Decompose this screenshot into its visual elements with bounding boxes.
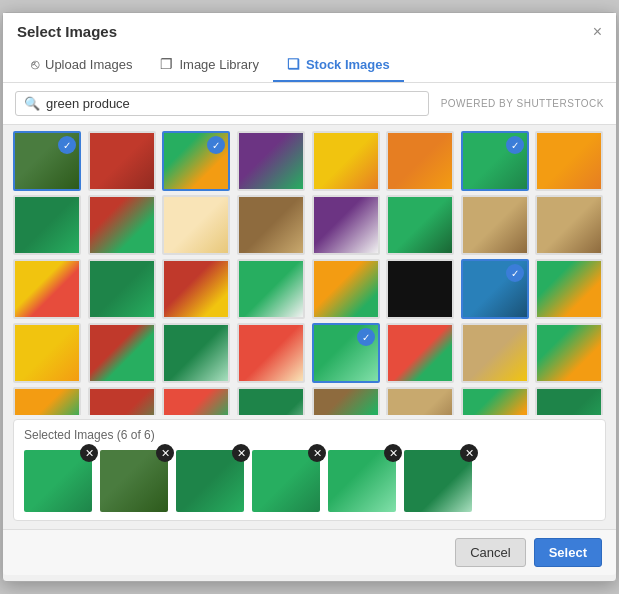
image-thumbnail [537, 325, 601, 381]
image-cell[interactable]: ✓ [13, 131, 81, 191]
image-thumbnail [90, 325, 154, 381]
powered-by-label: POWERED BY SHUTTERSTOCK [441, 98, 604, 109]
image-thumbnail [463, 389, 527, 415]
image-thumbnail [537, 389, 601, 415]
image-thumbnail [388, 389, 452, 415]
image-thumbnail [15, 325, 79, 381]
tabs-container: ⎋ Upload Images ❐ Image Library ❑ Stock … [17, 48, 602, 82]
image-cell[interactable] [88, 259, 156, 319]
image-thumbnail [314, 389, 378, 415]
image-cell[interactable] [88, 195, 156, 255]
image-cell[interactable] [312, 259, 380, 319]
stock-icon: ❑ [287, 56, 300, 72]
image-cell[interactable] [535, 323, 603, 383]
image-cell[interactable] [13, 259, 81, 319]
selected-panel: Selected Images (6 of 6) ✕✕✕✕✕✕ [13, 419, 606, 521]
selected-image-item: ✕ [24, 450, 92, 512]
select-button[interactable]: Select [534, 538, 602, 567]
image-cell[interactable] [88, 387, 156, 415]
image-cell[interactable] [162, 387, 230, 415]
dialog-title: Select Images [17, 23, 117, 40]
selected-image-item: ✕ [252, 450, 320, 512]
tab-stock[interactable]: ❑ Stock Images [273, 48, 404, 82]
dialog-header: Select Images × ⎋ Upload Images ❐ Image … [3, 13, 616, 83]
image-cell[interactable]: ✓ [312, 323, 380, 383]
image-cell[interactable] [13, 323, 81, 383]
tab-library[interactable]: ❐ Image Library [146, 48, 272, 82]
image-cell[interactable] [461, 323, 529, 383]
image-thumbnail [239, 133, 303, 189]
image-cell[interactable] [88, 323, 156, 383]
image-cell[interactable] [386, 323, 454, 383]
image-thumbnail [164, 325, 228, 381]
remove-image-button[interactable]: ✕ [80, 444, 98, 462]
close-button[interactable]: × [593, 24, 602, 40]
search-input-wrap: 🔍 [15, 91, 429, 116]
image-thumbnail [239, 325, 303, 381]
search-input[interactable] [46, 96, 420, 111]
image-thumbnail [90, 389, 154, 415]
image-cell[interactable] [535, 195, 603, 255]
image-cell[interactable] [237, 387, 305, 415]
selected-check-badge: ✓ [506, 136, 524, 154]
image-thumbnail [314, 261, 378, 317]
image-cell[interactable]: ✓ [461, 131, 529, 191]
image-cell[interactable] [535, 259, 603, 319]
image-thumbnail [388, 261, 452, 317]
search-icon: 🔍 [24, 96, 40, 111]
image-cell[interactable]: ✓ [461, 259, 529, 319]
image-cell[interactable] [88, 131, 156, 191]
image-cell[interactable] [237, 195, 305, 255]
search-bar: 🔍 POWERED BY SHUTTERSTOCK [3, 83, 616, 125]
image-thumbnail [15, 197, 79, 253]
image-cell[interactable] [386, 131, 454, 191]
dialog-footer: Cancel Select [3, 529, 616, 575]
image-thumbnail [90, 261, 154, 317]
image-grid: ✓✓✓✓✓ [3, 125, 616, 415]
image-thumbnail [90, 197, 154, 253]
remove-image-button[interactable]: ✕ [308, 444, 326, 462]
remove-image-button[interactable]: ✕ [384, 444, 402, 462]
image-thumbnail [388, 325, 452, 381]
selected-images-row: ✕✕✕✕✕✕ [24, 450, 595, 512]
image-cell[interactable] [237, 259, 305, 319]
selected-image-item: ✕ [328, 450, 396, 512]
remove-image-button[interactable]: ✕ [460, 444, 478, 462]
cancel-button[interactable]: Cancel [455, 538, 525, 567]
image-thumbnail [164, 389, 228, 415]
image-cell[interactable] [461, 195, 529, 255]
selected-image-item: ✕ [176, 450, 244, 512]
image-cell[interactable] [312, 387, 380, 415]
image-cell[interactable] [386, 195, 454, 255]
image-cell[interactable] [162, 323, 230, 383]
selected-image-item: ✕ [100, 450, 168, 512]
image-thumbnail [164, 261, 228, 317]
image-cell[interactable] [386, 387, 454, 415]
image-cell[interactable]: ✓ [162, 131, 230, 191]
image-cell[interactable] [162, 259, 230, 319]
image-cell[interactable] [312, 131, 380, 191]
tab-upload[interactable]: ⎋ Upload Images [17, 48, 146, 82]
selected-check-badge: ✓ [58, 136, 76, 154]
image-cell[interactable] [237, 131, 305, 191]
image-thumbnail [463, 197, 527, 253]
tab-stock-label: Stock Images [306, 57, 390, 72]
title-row: Select Images × [17, 23, 602, 40]
selected-check-badge: ✓ [357, 328, 375, 346]
image-thumbnail [239, 261, 303, 317]
image-cell[interactable] [13, 195, 81, 255]
image-thumbnail [537, 261, 601, 317]
image-thumbnail [388, 133, 452, 189]
image-cell[interactable] [535, 387, 603, 415]
remove-image-button[interactable]: ✕ [156, 444, 174, 462]
image-cell[interactable] [13, 387, 81, 415]
image-cell[interactable] [312, 195, 380, 255]
library-icon: ❐ [160, 56, 173, 72]
image-cell[interactable] [535, 131, 603, 191]
image-cell[interactable] [162, 195, 230, 255]
image-cell[interactable] [237, 323, 305, 383]
selected-check-badge: ✓ [506, 264, 524, 282]
image-cell[interactable] [386, 259, 454, 319]
image-cell[interactable] [461, 387, 529, 415]
remove-image-button[interactable]: ✕ [232, 444, 250, 462]
